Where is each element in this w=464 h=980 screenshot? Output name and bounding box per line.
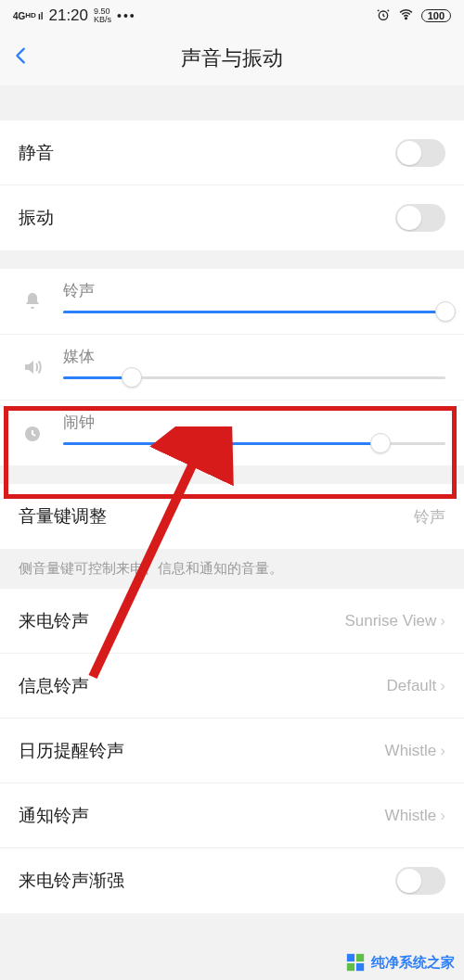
alarm-volume-row: 闹钟 — [0, 401, 464, 465]
incoming-ringtone-label: 来电铃声 — [19, 609, 89, 633]
incoming-ringtone-row[interactable]: 来电铃声 Sunrise View› — [0, 589, 464, 654]
page-title: 声音与振动 — [181, 45, 283, 72]
ringtone-slider-label: 铃声 — [63, 280, 445, 301]
status-bar: 4GHDıl 21:20 9.50KB/s ••• 100 — [0, 0, 464, 32]
watermark: 纯净系统之家 — [345, 952, 455, 973]
message-ringtone-value: Default — [386, 677, 436, 695]
alarm-icon — [376, 7, 391, 25]
volume-key-row[interactable]: 音量键调整 铃声 — [0, 484, 464, 549]
media-slider-label: 媒体 — [63, 346, 445, 367]
vibrate-row[interactable]: 振动 — [0, 185, 464, 250]
ascending-ringtone-label: 来电铃声渐强 — [19, 869, 124, 893]
message-ringtone-row[interactable]: 信息铃声 Default› — [0, 654, 464, 719]
volume-key-desc: 侧音量键可控制来电、信息和通知的音量。 — [0, 549, 464, 589]
calendar-ringtone-value: Whistle — [385, 742, 437, 760]
more-indicator: ••• — [117, 8, 136, 23]
incoming-ringtone-value: Sunrise View — [344, 612, 436, 630]
chevron-right-icon: › — [440, 742, 445, 760]
vibrate-toggle[interactable] — [395, 204, 445, 232]
notify-ringtone-value: Whistle — [385, 807, 437, 825]
media-slider[interactable] — [63, 376, 445, 379]
ringtone-slider[interactable] — [63, 311, 445, 313]
vibrate-label: 振动 — [19, 206, 54, 230]
bell-icon — [19, 287, 46, 315]
wifi-icon — [398, 6, 414, 25]
back-button[interactable] — [11, 45, 37, 71]
network-speed: 9.50KB/s — [94, 7, 111, 24]
svg-rect-7 — [356, 963, 364, 971]
volume-key-value: 铃声 — [414, 506, 445, 528]
chevron-right-icon: › — [440, 807, 445, 825]
watermark-logo-icon — [345, 952, 366, 973]
chevron-right-icon: › — [440, 677, 445, 695]
mute-toggle[interactable] — [395, 139, 445, 167]
media-volume-row: 媒体 — [0, 335, 464, 401]
battery-indicator: 100 — [421, 9, 451, 22]
ringtone-volume-row: 铃声 — [0, 269, 464, 335]
ascending-ringtone-row[interactable]: 来电铃声渐强 — [0, 848, 464, 913]
clock-icon — [19, 419, 46, 447]
alarm-slider[interactable] — [63, 442, 445, 445]
svg-rect-4 — [347, 954, 354, 961]
ascending-toggle[interactable] — [395, 867, 445, 895]
calendar-ringtone-row[interactable]: 日历提醒铃声 Whistle› — [0, 719, 464, 783]
page-header: 声音与振动 — [0, 32, 464, 85]
notify-ringtone-label: 通知铃声 — [19, 804, 89, 828]
volume-key-label: 音量键调整 — [19, 504, 107, 528]
status-time: 21:20 — [48, 6, 88, 25]
svg-rect-6 — [347, 963, 354, 971]
alarm-slider-label: 闹钟 — [63, 412, 445, 433]
svg-rect-5 — [356, 954, 364, 961]
signal-indicator: 4GHDıl — [13, 11, 43, 21]
message-ringtone-label: 信息铃声 — [19, 674, 89, 698]
notify-ringtone-row[interactable]: 通知铃声 Whistle› — [0, 783, 464, 848]
mute-row[interactable]: 静音 — [0, 121, 464, 185]
chevron-right-icon: › — [440, 612, 445, 630]
calendar-ringtone-label: 日历提醒铃声 — [19, 739, 124, 763]
watermark-text: 纯净系统之家 — [371, 954, 455, 972]
svg-point-1 — [405, 18, 406, 19]
mute-label: 静音 — [19, 141, 54, 165]
speaker-icon — [19, 353, 46, 381]
